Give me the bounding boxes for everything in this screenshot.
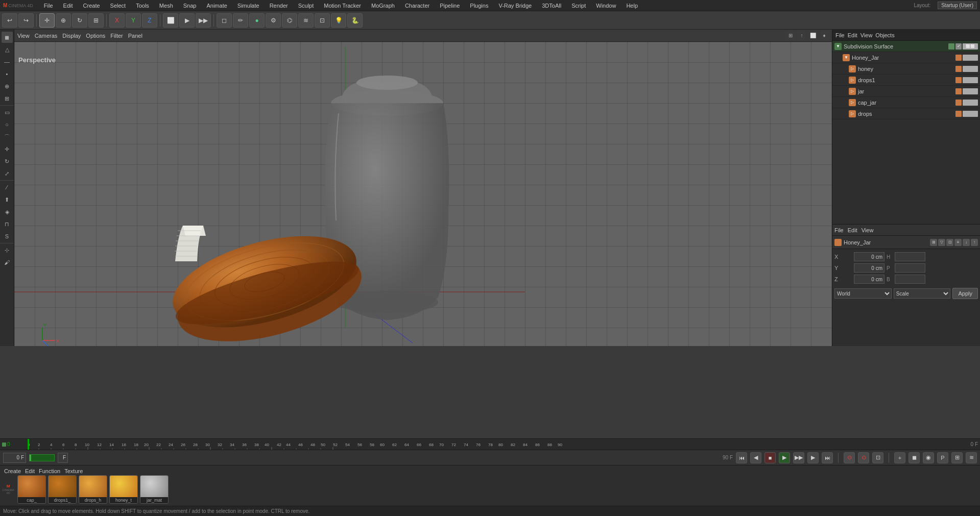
tool-axis[interactable]: ⊹ — [2, 244, 13, 256]
btn-timeline-icon[interactable]: P — [937, 452, 948, 463]
menu-mesh[interactable]: Mesh — [158, 3, 175, 9]
menu-render[interactable]: Render — [268, 3, 290, 9]
scale-tool[interactable]: ⊕ — [56, 13, 71, 28]
x-pos-input[interactable] — [854, 252, 885, 261]
gear-tool[interactable]: ⚙ — [266, 13, 281, 28]
menu-create[interactable]: Create — [82, 3, 102, 9]
mat-edit[interactable]: Edit — [25, 468, 35, 474]
btn-to-start[interactable]: ⏮ — [736, 452, 747, 463]
ruler-ticks[interactable]: // Inline ruler ticks will be drawn via … — [28, 439, 969, 450]
vp-icon-4[interactable]: ♦ — [820, 31, 829, 40]
menu-plugins[interactable]: Plugins — [468, 3, 490, 9]
tool-model[interactable]: ◼ — [2, 32, 13, 43]
z-size-input[interactable] — [895, 275, 925, 284]
vp-menu-panel[interactable]: Panel — [128, 33, 142, 39]
obj-row-drops1[interactable]: ▷ drops1 — [832, 75, 980, 86]
menu-vray[interactable]: V-Ray Bridge — [497, 3, 533, 9]
obj-row-drops[interactable]: ▷ drops — [832, 108, 980, 119]
btn-next-frame[interactable]: ▶ — [807, 452, 819, 463]
attr-icon6[interactable]: ↑ — [971, 239, 978, 246]
jar-mat[interactable] — [963, 88, 978, 94]
obj-mgr-view[interactable]: View — [861, 32, 873, 38]
btn-stop[interactable]: ■ — [764, 452, 776, 463]
menu-snap[interactable]: Snap — [182, 3, 198, 9]
hj-vis1[interactable] — [955, 55, 962, 61]
btn-play-rev[interactable]: ▶▶ — [793, 452, 804, 463]
mat-drops2-thumb[interactable]: drops_h — [79, 475, 107, 504]
menu-file[interactable]: File — [42, 3, 55, 9]
menu-help[interactable]: Help — [625, 3, 639, 9]
tool-move[interactable]: ✛ — [2, 143, 13, 155]
render-anim[interactable]: ▶▶ — [196, 13, 211, 28]
menu-motion-tracker[interactable]: Motion Tracker — [322, 3, 363, 9]
btn-render-icon[interactable]: ◼ — [909, 452, 920, 463]
layout-preset[interactable]: Startup (User) — [938, 2, 977, 9]
obj-row-honey-jar[interactable]: ▼ Honey_Jar — [832, 52, 980, 63]
y-size-input[interactable] — [895, 263, 925, 273]
tool-extrude[interactable]: ⬆ — [2, 194, 13, 205]
viewport[interactable]: View Cameras Display Options Filter Pane… — [14, 30, 832, 346]
tool-bridge[interactable]: ⊓ — [2, 218, 13, 230]
attr-icon3[interactable]: ⊡ — [946, 239, 953, 246]
mat-jar-thumb[interactable]: jar_mat — [140, 475, 169, 504]
light-tool[interactable]: 💡 — [331, 13, 346, 28]
vis-check[interactable] — [948, 43, 954, 50]
attr-edit[interactable]: Edit — [848, 227, 857, 233]
jar-vis1[interactable] — [955, 88, 962, 94]
z-axis[interactable]: Z — [142, 13, 157, 28]
vp-menu-options[interactable]: Options — [86, 33, 105, 39]
apply-button[interactable]: Apply — [952, 288, 978, 299]
y-axis[interactable]: Y — [126, 13, 141, 28]
camera-tool[interactable]: ⊡ — [315, 13, 330, 28]
btn-add-key[interactable]: + — [894, 452, 905, 463]
obj-row-honey[interactable]: ▷ honey — [832, 63, 980, 75]
undo-button[interactable]: ↩ — [2, 13, 17, 28]
hj-mat[interactable] — [963, 55, 978, 61]
honey-vis1[interactable] — [955, 66, 962, 72]
attr-icon1[interactable]: ⊞ — [930, 239, 937, 246]
render-view[interactable]: ▶ — [179, 13, 195, 28]
vp-menu-view[interactable]: View — [17, 33, 30, 39]
menu-tools[interactable]: Tools — [134, 3, 151, 9]
vp-icon-1[interactable]: ⊞ — [786, 31, 795, 40]
btn-vr-icon[interactable]: ◉ — [923, 452, 934, 463]
frame-suffix[interactable] — [58, 453, 68, 463]
btn-play[interactable]: ▶ — [779, 452, 790, 463]
mat-drops1-thumb[interactable]: drops1_ — [48, 475, 77, 504]
mat-texture[interactable]: Texture — [64, 468, 83, 474]
redo-button[interactable]: ↪ — [18, 13, 34, 28]
btn-to-end[interactable]: ⏭ — [822, 452, 833, 463]
btn-prev-frame[interactable]: ◀ — [750, 452, 761, 463]
python-tool[interactable]: 🐍 — [347, 13, 363, 28]
menu-character[interactable]: Character — [403, 3, 431, 9]
btn-curve-icon[interactable]: ≋ — [966, 452, 977, 463]
tool-point[interactable]: • — [2, 68, 13, 80]
attr-view[interactable]: View — [862, 227, 874, 233]
menu-select[interactable]: Select — [109, 3, 128, 9]
tool-paint[interactable]: 🖌 — [2, 257, 13, 268]
menu-3dtoall[interactable]: 3DToAll — [540, 3, 563, 9]
render-region[interactable]: ⬜ — [163, 13, 178, 28]
tool-select-circle[interactable]: ○ — [2, 119, 13, 130]
tool-snap[interactable]: ⊞ — [2, 93, 13, 104]
tool-scale[interactable]: ⤢ — [2, 168, 13, 179]
mat-honey-thumb[interactable]: honey_t — [109, 475, 138, 504]
obj-mgr-file[interactable]: File — [835, 32, 845, 38]
honey-mat[interactable] — [963, 66, 978, 72]
tool-polygon[interactable]: △ — [2, 44, 13, 55]
attr-icon4[interactable]: ≡ — [954, 239, 962, 246]
obj-mgr-edit[interactable]: Edit — [848, 32, 857, 38]
vp-menu-cameras[interactable]: Cameras — [35, 33, 58, 39]
tool-edge[interactable]: — — [2, 56, 13, 67]
tool-select-rect[interactable]: ▭ — [2, 107, 13, 118]
menu-edit[interactable]: Edit — [62, 3, 75, 9]
tool-select-lasso[interactable]: ⌒ — [2, 131, 13, 142]
obj-row-jar[interactable]: ▷ jar — [832, 86, 980, 97]
tool-rotate[interactable]: ↻ — [2, 156, 13, 167]
btn-record-opt[interactable]: ⊡ — [872, 452, 883, 463]
vp-menu-display[interactable]: Display — [62, 33, 81, 39]
attr-icon2[interactable]: ▽ — [938, 239, 945, 246]
attr-file[interactable]: File — [834, 227, 844, 233]
move-tool[interactable]: ✛ — [39, 13, 55, 28]
subdiv-mat[interactable]: ⬜⬜ — [963, 43, 978, 50]
